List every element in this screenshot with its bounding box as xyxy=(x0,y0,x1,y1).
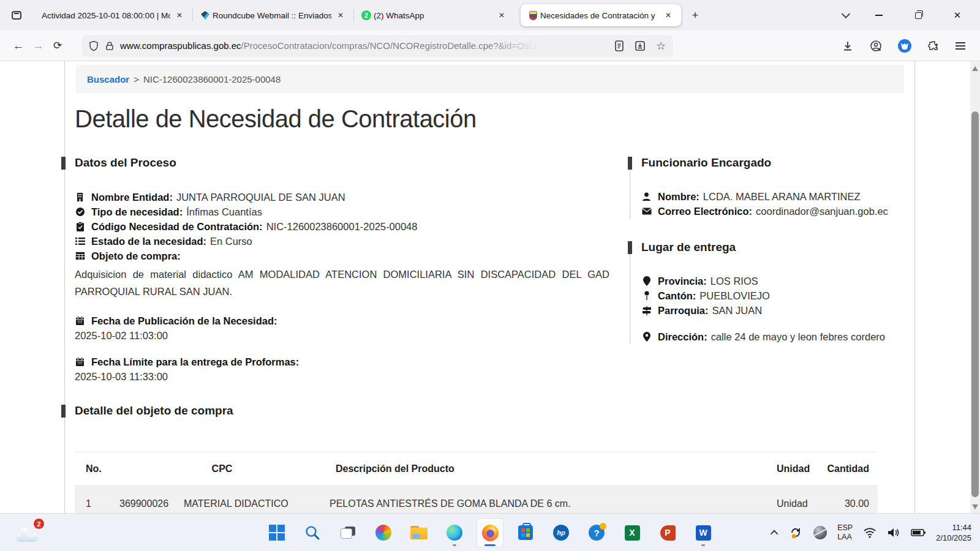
firefox-button[interactable] xyxy=(477,518,503,547)
wifi-icon[interactable] xyxy=(863,527,876,538)
reader-mode-icon[interactable] xyxy=(613,40,625,52)
file-explorer-button[interactable] xyxy=(405,518,432,547)
tab-title: Necesidades de Contratación y xyxy=(540,11,659,20)
battery-icon[interactable] xyxy=(911,528,925,537)
search-button[interactable] xyxy=(299,518,326,547)
col-no: No. xyxy=(75,452,119,486)
windows-taskbar: 2 hp ? X P W ESP LAA xyxy=(0,513,980,551)
field-funcionario-nombre: Nombre: LCDA. MABEL ARANA MARTINEZ xyxy=(641,189,887,204)
vertical-scrollbar[interactable] xyxy=(970,61,980,513)
back-button[interactable] xyxy=(9,36,28,56)
new-tab-button[interactable] xyxy=(686,6,704,24)
word-button[interactable]: W xyxy=(690,518,717,547)
get-help-button[interactable]: ? xyxy=(583,518,610,547)
tab-close-icon[interactable] xyxy=(173,9,186,22)
field-parroquia: Parroquia: SAN JUAN xyxy=(641,303,887,318)
copilot-button[interactable] xyxy=(370,518,397,547)
store-icon xyxy=(518,525,533,540)
minimize-button[interactable] xyxy=(870,6,888,24)
field-codigo: Código Necesidad de Contratación: NIC-12… xyxy=(75,219,612,234)
lock-icon[interactable] xyxy=(104,40,115,51)
task-view-icon xyxy=(341,527,355,539)
field-funcionario-correo: Correo Electrónico: coordinador@sanjuan.… xyxy=(641,204,887,219)
field-fecha-publicacion: Fecha de Publicación de la Necesidad: 20… xyxy=(75,313,612,343)
breadcrumb-buscador-link[interactable]: Buscador xyxy=(87,74,129,84)
scroll-down-arrow[interactable] xyxy=(972,504,978,509)
account-icon[interactable] xyxy=(870,40,882,52)
col-cantidad: Cantidad xyxy=(818,452,878,486)
powerpoint-icon: P xyxy=(660,525,676,541)
cell-unidad: Unidad xyxy=(760,486,818,514)
bookmark-star-icon[interactable] xyxy=(655,40,667,52)
detalle-table: No. CPC Descripción del Producto Unidad … xyxy=(75,452,878,513)
word-icon: W xyxy=(696,525,711,541)
save-page-icon[interactable] xyxy=(634,40,646,52)
field-label: Objeto de compra: xyxy=(91,249,181,263)
excel-icon: X xyxy=(625,525,640,541)
reload-button[interactable] xyxy=(48,36,67,56)
volume-icon[interactable] xyxy=(887,527,900,538)
start-button[interactable] xyxy=(263,518,290,547)
scrollbar-thumb[interactable] xyxy=(971,111,979,497)
roundcube-favicon xyxy=(200,10,210,20)
powerpoint-button[interactable]: P xyxy=(654,518,681,547)
edge-button[interactable] xyxy=(441,518,468,547)
firefox-view-button[interactable] xyxy=(6,5,27,26)
excel-button[interactable]: X xyxy=(619,518,646,547)
scroll-up-arrow[interactable] xyxy=(972,66,978,71)
section-funcionario: Funcionario Encargado Nombre: LCDA. MABE… xyxy=(630,156,887,219)
firefox-view-icon xyxy=(12,11,21,20)
tray-date: 2/10/2025 xyxy=(936,533,971,543)
tab-whatsapp[interactable]: 2 (2) WhatsApp xyxy=(354,4,514,26)
firefox-extension-icon[interactable] xyxy=(898,39,911,53)
firefox-icon xyxy=(482,525,499,541)
field-value: 2025-10-02 11:03:00 xyxy=(75,328,612,343)
section-heading: Lugar de entrega xyxy=(641,241,887,254)
close-window-button[interactable] xyxy=(948,6,967,24)
windows-logo-icon xyxy=(269,525,285,541)
tab-actividad[interactable]: Actividad 2025-10-01 08:00:00 | Mo xyxy=(32,4,192,26)
check-circle-icon xyxy=(75,207,85,217)
menu-hamburger-icon[interactable] xyxy=(956,42,965,50)
downloads-icon[interactable] xyxy=(842,40,854,52)
sync-update-icon[interactable] xyxy=(788,525,803,540)
field-label: Código Necesidad de Contratación: xyxy=(91,219,263,234)
forward-button[interactable] xyxy=(28,36,48,56)
signpost-icon xyxy=(641,305,652,316)
clock-widget[interactable]: 11:44 2/10/2025 xyxy=(936,522,971,543)
cell-no: 1 xyxy=(75,486,119,514)
map-marker-icon xyxy=(641,276,652,287)
person-icon xyxy=(641,192,652,202)
extensions-puzzle-icon[interactable] xyxy=(927,40,940,52)
field-value: JUNTA PARROQUIAL DE SAN JUAN xyxy=(176,190,345,204)
hp-button[interactable]: hp xyxy=(548,518,575,547)
field-label: Cantón: xyxy=(658,288,696,303)
tab-necesidades-active[interactable]: Necesidades de Contratación y xyxy=(521,4,681,26)
field-label: Nombre: xyxy=(658,189,699,204)
building-icon xyxy=(75,192,85,203)
list-icon xyxy=(75,236,85,247)
tab-title: Actividad 2025-10-01 08:00:00 | Mo xyxy=(42,11,170,20)
tray-status-sphere-icon[interactable] xyxy=(813,526,827,539)
url-path: /ProcesoContratacion/compras/NCO/NCORegi… xyxy=(241,40,543,51)
tab-close-icon[interactable] xyxy=(662,9,675,22)
tracking-shield-icon[interactable] xyxy=(88,40,99,51)
calendar-icon xyxy=(75,316,85,326)
ecuador-crest-favicon xyxy=(528,10,538,20)
field-value: Ínfimas Cuantías xyxy=(186,204,262,219)
tab-close-icon[interactable] xyxy=(495,9,508,22)
field-label: Fecha de Publicación de la Necesidad: xyxy=(91,313,277,328)
restore-window-button[interactable] xyxy=(909,6,927,24)
tab-close-icon[interactable] xyxy=(334,9,347,22)
microsoft-store-button[interactable] xyxy=(512,518,539,547)
language-indicator[interactable]: ESP LAA xyxy=(837,523,853,542)
task-view-button[interactable] xyxy=(334,518,361,547)
field-objeto-compra: Objeto de compra: xyxy=(75,249,612,263)
field-value: SAN JUAN xyxy=(712,303,763,318)
tab-roundcube[interactable]: Roundcube Webmail :: Enviados xyxy=(193,4,353,26)
tab-overflow-chevron-icon[interactable] xyxy=(842,10,850,18)
url-bar[interactable]: www.compraspublicas.gob.ec/ProcesoContra… xyxy=(82,35,673,57)
field-label: Dirección: xyxy=(658,329,707,344)
browser-tab-bar: Actividad 2025-10-01 08:00:00 | Mo Round… xyxy=(0,0,980,31)
help-icon: ? xyxy=(589,525,605,541)
